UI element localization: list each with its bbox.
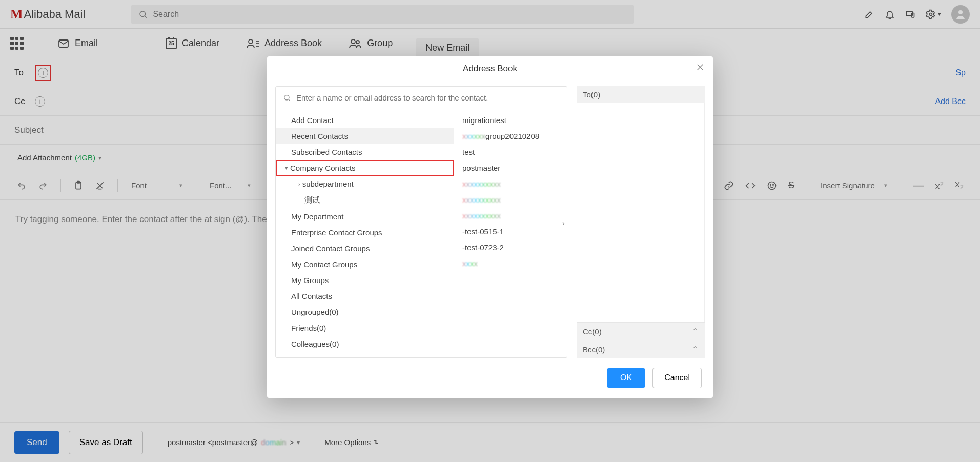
selected-to-header: To(0)	[577, 86, 705, 103]
tree-ceshi[interactable]: 测试	[276, 192, 454, 209]
selected-to-body	[577, 103, 705, 322]
tree-friends[interactable]: Friends(0)	[276, 320, 454, 336]
chevron-up-icon: ⌃	[692, 327, 699, 336]
selected-cc-header[interactable]: Cc(0)⌃	[577, 322, 705, 340]
chevron-up-icon: ⌃	[692, 345, 699, 354]
contact-item[interactable]: migrationtest	[454, 112, 567, 128]
tree-my-groups[interactable]: My Groups	[276, 272, 454, 288]
tree-my-contact-groups[interactable]: My Contact Groups	[276, 256, 454, 272]
tree-colleagues[interactable]: Colleagues(0)	[276, 336, 454, 352]
contact-item[interactable]: xxxxxxxxxx	[454, 192, 567, 208]
svg-line-21	[289, 99, 290, 101]
contact-item[interactable]: test	[454, 144, 567, 160]
svg-point-20	[284, 95, 289, 99]
contact-item[interactable]: xxxxxxgroup20210208	[454, 128, 567, 144]
expand-arrow-icon[interactable]: ›	[562, 218, 565, 227]
contact-item[interactable]: xxxxxxxxxx	[454, 208, 567, 224]
ok-button[interactable]: OK	[607, 368, 645, 388]
chevron-right-icon: ›	[298, 181, 300, 187]
contact-search-input[interactable]	[296, 93, 560, 102]
contact-search[interactable]	[276, 87, 567, 109]
contact-item[interactable]: postmaster	[454, 160, 567, 176]
contact-item[interactable]: xxxxxxxxxx	[454, 176, 567, 192]
tree-joined-groups[interactable]: Joined Contact Groups	[276, 240, 454, 256]
tree-subdepartment[interactable]: › subdepartment	[276, 176, 454, 192]
tree-all-contacts[interactable]: All Contacts	[276, 288, 454, 304]
tree-my-department[interactable]: My Department	[276, 209, 454, 225]
tree-add-contact[interactable]: Add Contact	[276, 112, 454, 128]
contact-item[interactable]: -test-0515-1	[454, 224, 567, 239]
tree-ungrouped[interactable]: Ungrouped(0)	[276, 304, 454, 320]
cancel-button[interactable]: Cancel	[652, 368, 702, 388]
selected-bcc-header[interactable]: Bcc(0)⌃	[577, 340, 705, 358]
modal-title: Address Book	[463, 64, 517, 74]
search-icon	[283, 94, 291, 102]
tree-enterprise-groups[interactable]: Enterprise Contact Groups	[276, 225, 454, 240]
address-book-modal: Address Book Add Contact Recent Contacts…	[267, 56, 713, 398]
chevron-down-icon: ▾	[285, 165, 288, 171]
close-icon[interactable]	[696, 63, 705, 74]
tree-subscribed-contacts[interactable]: Subscribed Contacts	[276, 144, 454, 160]
tree-recent-contacts[interactable]: Recent Contacts	[276, 128, 454, 144]
tree-company-contacts[interactable]: ▾ Company Contacts	[276, 160, 454, 176]
tree-subscribed2[interactable]: Subscribed Contacts(0)	[276, 352, 454, 357]
contact-item[interactable]: -test-0723-2	[454, 239, 567, 255]
contact-item[interactable]: xxxx	[454, 255, 567, 271]
